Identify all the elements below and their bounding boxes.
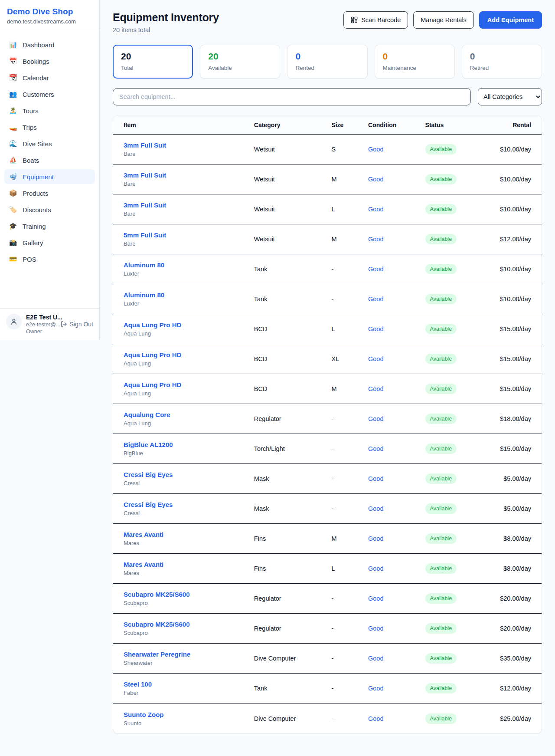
status-cell: Available [425, 144, 490, 154]
sidebar-item-pos[interactable]: 💳POS [4, 252, 95, 266]
condition-link[interactable]: Good [368, 625, 383, 632]
condition-link[interactable]: Good [368, 655, 383, 662]
table-row: Aqua Lung Pro HDAqua LungBCDLGoodAvailab… [113, 314, 542, 344]
sidebar-item-products[interactable]: 📦Products [4, 186, 95, 201]
sidebar-item-calendar[interactable]: 📆Calendar [4, 70, 95, 85]
sign-out-button[interactable]: Sign Out [60, 321, 93, 328]
item-name-link[interactable]: 3mm Full Suit [124, 141, 254, 149]
tours-icon: 🏝️ [9, 107, 17, 115]
item-name-link[interactable]: 3mm Full Suit [124, 201, 254, 209]
condition-cell: Good [368, 684, 425, 692]
sidebar-item-tours[interactable]: 🏝️Tours [4, 103, 95, 118]
sidebar-item-label: Trips [23, 124, 37, 131]
category-select[interactable]: All Categories [478, 88, 542, 105]
manage-rentals-button[interactable]: Manage Rentals [413, 11, 474, 29]
rental-price: $8.00/day [490, 565, 531, 572]
size-cell: L [331, 206, 368, 213]
item-name-link[interactable]: Cressi Big Eyes [124, 501, 254, 508]
item-name-link[interactable]: Cressi Big Eyes [124, 471, 254, 478]
condition-link[interactable]: Good [368, 505, 383, 512]
stat-label-retired: Retired [470, 65, 534, 71]
stat-card-total[interactable]: 20Total [113, 45, 193, 79]
stat-card-rented[interactable]: 0Rented [287, 45, 367, 79]
stat-card-maintenance[interactable]: 0Maintenance [375, 45, 455, 79]
status-cell: Available [425, 234, 490, 244]
sidebar-item-dashboard[interactable]: 📊Dashboard [4, 37, 95, 52]
item-name-link[interactable]: Aluminum 80 [124, 261, 254, 269]
item-brand: Bare [124, 240, 254, 247]
condition-link[interactable]: Good [368, 535, 383, 542]
condition-link[interactable]: Good [368, 415, 383, 422]
item-cell: 5mm Full SuitBare [124, 231, 254, 247]
sidebar-item-discounts[interactable]: 🏷️Discounts [4, 202, 95, 217]
sidebar-item-bookings[interactable]: 📅Bookings [4, 54, 95, 69]
category-cell: Regulator [254, 625, 332, 632]
item-name-link[interactable]: Mares Avanti [124, 561, 254, 568]
item-brand: Bare [124, 210, 254, 217]
sidebar-item-customers[interactable]: 👥Customers [4, 87, 95, 102]
stat-label-total: Total [121, 65, 185, 71]
scan-barcode-button[interactable]: Scan Barcode [343, 11, 408, 29]
category-cell: Tank [254, 296, 332, 302]
condition-link[interactable]: Good [368, 266, 383, 273]
item-cell: Scubapro MK25/S600Scubapro [124, 621, 254, 636]
condition-cell: Good [368, 595, 425, 602]
item-name-link[interactable]: Shearwater Peregrine [124, 651, 254, 658]
condition-link[interactable]: Good [368, 565, 383, 572]
condition-link[interactable]: Good [368, 325, 383, 332]
item-name-link[interactable]: Scubapro MK25/S600 [124, 621, 254, 628]
item-name-link[interactable]: Aqua Lung Pro HD [124, 351, 254, 358]
stat-card-available[interactable]: 20Available [200, 45, 280, 79]
item-name-link[interactable]: Suunto Zoop [124, 711, 254, 718]
condition-link[interactable]: Good [368, 206, 383, 213]
size-cell: - [331, 445, 368, 452]
condition-link[interactable]: Good [368, 685, 383, 692]
sidebar-item-training[interactable]: 🎓Training [4, 219, 95, 233]
item-cell: Shearwater PeregrineShearwater [124, 651, 254, 666]
item-name-link[interactable]: Steel 100 [124, 680, 254, 688]
item-name-link[interactable]: Aluminum 80 [124, 291, 254, 299]
sidebar-item-gallery[interactable]: 📸Gallery [4, 235, 95, 250]
sidebar-item-trips[interactable]: 🚤Trips [4, 120, 95, 135]
size-cell: - [331, 505, 368, 512]
sidebar-item-label: POS [23, 256, 36, 263]
item-name-link[interactable]: BigBlue AL1200 [124, 441, 254, 448]
status-badge: Available [425, 324, 457, 334]
condition-link[interactable]: Good [368, 595, 383, 602]
item-name-link[interactable]: 5mm Full Suit [124, 231, 254, 239]
condition-link[interactable]: Good [368, 296, 383, 302]
stat-card-retired[interactable]: 0Retired [462, 45, 542, 79]
sidebar-item-label: Boats [23, 157, 39, 164]
sidebar-item-equipment[interactable]: 🤿Equipment [4, 169, 95, 184]
status-badge: Available [425, 414, 457, 424]
gallery-icon: 📸 [9, 239, 17, 247]
item-name-link[interactable]: Mares Avanti [124, 531, 254, 538]
status-cell: Available [425, 264, 490, 274]
condition-link[interactable]: Good [368, 475, 383, 482]
status-cell: Available [425, 653, 490, 664]
item-name-link[interactable]: Aqua Lung Pro HD [124, 381, 254, 388]
page-title: Equipment Inventory [113, 11, 219, 24]
search-input[interactable] [113, 88, 471, 105]
size-cell: - [331, 655, 368, 662]
category-cell: Mask [254, 505, 332, 512]
condition-cell: Good [368, 475, 425, 483]
item-name-link[interactable]: Scubapro MK25/S600 [124, 591, 254, 598]
condition-link[interactable]: Good [368, 355, 383, 362]
condition-link[interactable]: Good [368, 236, 383, 243]
item-name-link[interactable]: Aqua Lung Pro HD [124, 321, 254, 329]
condition-link[interactable]: Good [368, 445, 383, 452]
sidebar-item-boats[interactable]: ⛵Boats [4, 153, 95, 168]
condition-link[interactable]: Good [368, 715, 383, 722]
condition-link[interactable]: Good [368, 385, 383, 392]
item-brand: BigBlue [124, 450, 254, 457]
item-name-link[interactable]: 3mm Full Suit [124, 171, 254, 179]
add-equipment-button[interactable]: Add Equipment [479, 11, 542, 29]
condition-link[interactable]: Good [368, 146, 383, 153]
condition-link[interactable]: Good [368, 176, 383, 183]
sidebar-item-dive-sites[interactable]: 🌊Dive Sites [4, 136, 95, 151]
condition-cell: Good [368, 145, 425, 153]
pos-icon: 💳 [9, 255, 17, 263]
condition-cell: Good [368, 295, 425, 303]
item-name-link[interactable]: Aqualung Core [124, 411, 254, 418]
